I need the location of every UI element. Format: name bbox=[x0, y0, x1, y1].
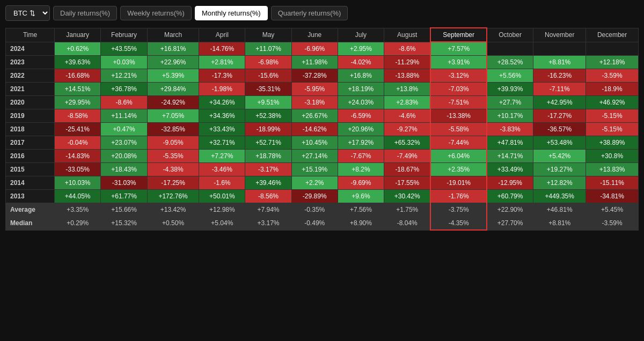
average-cell: +3.35% bbox=[55, 203, 101, 217]
data-cell: -24.92% bbox=[147, 96, 199, 109]
average-label: Average bbox=[6, 203, 55, 217]
data-cell: +18.78% bbox=[245, 150, 291, 163]
data-cell: -1.76% bbox=[430, 190, 486, 203]
data-cell: +449.35% bbox=[533, 190, 586, 203]
data-cell: -13.38% bbox=[430, 109, 486, 123]
tab-daily[interactable]: Daily returns(%) bbox=[53, 6, 117, 20]
data-cell: +13.83% bbox=[586, 163, 639, 176]
data-cell: -7.03% bbox=[430, 83, 486, 96]
data-cell: +33.43% bbox=[199, 123, 245, 136]
data-cell: -15.6% bbox=[245, 69, 291, 83]
year-cell: 2019 bbox=[6, 109, 55, 123]
data-cell: +11.98% bbox=[291, 56, 338, 69]
data-cell: +9.51% bbox=[245, 96, 291, 109]
median-cell: +0.50% bbox=[147, 217, 199, 231]
data-cell: -18.99% bbox=[245, 123, 291, 136]
data-cell: -16.23% bbox=[533, 69, 586, 83]
data-cell: +7.05% bbox=[147, 109, 199, 123]
data-cell: +13.8% bbox=[384, 83, 431, 96]
data-cell: +172.76% bbox=[147, 190, 199, 203]
average-cell: +13.42% bbox=[147, 203, 199, 217]
data-cell: +33.49% bbox=[487, 163, 533, 176]
data-cell: +12.21% bbox=[101, 69, 148, 83]
data-cell: -13.88% bbox=[384, 69, 431, 83]
data-cell: +11.14% bbox=[101, 109, 148, 123]
data-cell: +44.05% bbox=[55, 190, 101, 203]
data-cell: +8.2% bbox=[338, 163, 384, 176]
data-cell: -11.29% bbox=[384, 56, 431, 69]
data-cell: -14.62% bbox=[291, 123, 338, 136]
data-cell: -18.9% bbox=[586, 83, 639, 96]
data-cell: +50.01% bbox=[199, 190, 245, 203]
data-cell: -8.6% bbox=[384, 42, 431, 56]
table-row: 2013+44.05%+61.77%+172.76%+50.01%-8.56%-… bbox=[6, 190, 639, 203]
average-cell: +22.90% bbox=[487, 203, 533, 217]
median-cell: -4.35% bbox=[430, 217, 486, 231]
median-cell: +15.32% bbox=[101, 217, 148, 231]
toolbar: BTC ⇅ Daily returns(%) Weekly returns(%)… bbox=[5, 5, 639, 21]
data-cell: +20.08% bbox=[101, 150, 148, 163]
data-cell: -0.04% bbox=[55, 136, 101, 150]
median-cell: +0.29% bbox=[55, 217, 101, 231]
col-header-february: February bbox=[101, 28, 148, 42]
data-cell: +65.32% bbox=[384, 136, 431, 150]
col-header-october: October bbox=[487, 28, 533, 42]
median-cell: +27.70% bbox=[487, 217, 533, 231]
data-cell: -7.44% bbox=[430, 136, 486, 150]
data-cell: +19.27% bbox=[533, 163, 586, 176]
data-cell: +6.04% bbox=[430, 150, 486, 163]
data-cell: +18.19% bbox=[338, 83, 384, 96]
data-cell: -18.67% bbox=[384, 163, 431, 176]
data-cell: +12.18% bbox=[586, 56, 639, 69]
data-cell: -36.57% bbox=[533, 123, 586, 136]
table-row: 2023+39.63%+0.03%+22.96%+2.81%-6.98%+11.… bbox=[6, 56, 639, 69]
data-cell: -7.67% bbox=[338, 150, 384, 163]
col-header-september: September bbox=[430, 28, 486, 42]
data-cell: +47.81% bbox=[487, 136, 533, 150]
data-cell: -3.17% bbox=[245, 163, 291, 176]
asset-selector[interactable]: BTC ⇅ bbox=[5, 5, 50, 21]
average-cell: +7.94% bbox=[245, 203, 291, 217]
data-cell: +2.35% bbox=[430, 163, 486, 176]
data-cell: +16.8% bbox=[338, 69, 384, 83]
tab-weekly[interactable]: Weekly returns(%) bbox=[120, 6, 192, 20]
table-row: 2020+29.95%-8.6%-24.92%+34.26%+9.51%-3.1… bbox=[6, 96, 639, 109]
data-cell: -4.38% bbox=[147, 163, 199, 176]
table-row: 2022-16.68%+12.21%+5.39%-17.3%-15.6%-37.… bbox=[6, 69, 639, 83]
data-cell: +7.57% bbox=[430, 42, 486, 56]
data-cell: -34.81% bbox=[586, 190, 639, 203]
data-cell: +61.77% bbox=[101, 190, 148, 203]
col-header-may: May bbox=[245, 28, 291, 42]
data-cell: -5.15% bbox=[586, 123, 639, 136]
data-cell: -29.89% bbox=[291, 190, 338, 203]
data-cell: +10.45% bbox=[291, 136, 338, 150]
data-cell: +26.67% bbox=[291, 109, 338, 123]
data-cell: +11.07% bbox=[245, 42, 291, 56]
data-cell: -4.6% bbox=[384, 109, 431, 123]
average-cell: -0.35% bbox=[291, 203, 338, 217]
data-cell: -7.51% bbox=[430, 96, 486, 109]
data-cell: +39.93% bbox=[487, 83, 533, 96]
tab-quarterly[interactable]: Quarterly returns(%) bbox=[271, 6, 348, 20]
data-cell bbox=[487, 42, 533, 56]
data-cell: +0.03% bbox=[101, 56, 148, 69]
data-cell: -3.59% bbox=[586, 69, 639, 83]
data-cell: -32.85% bbox=[147, 123, 199, 136]
year-cell: 2014 bbox=[6, 176, 55, 190]
data-cell: -5.58% bbox=[430, 123, 486, 136]
tab-monthly[interactable]: Monthly returns(%) bbox=[195, 6, 268, 20]
table-row: 2024+0.62%+43.55%+16.81%-14.76%+11.07%-6… bbox=[6, 42, 639, 56]
data-cell: -12.95% bbox=[487, 176, 533, 190]
data-cell: -3.12% bbox=[430, 69, 486, 83]
data-cell: -15.11% bbox=[586, 176, 639, 190]
data-cell: +0.62% bbox=[55, 42, 101, 56]
table-row: 2021+14.51%+36.78%+29.84%-1.98%-35.31%-5… bbox=[6, 83, 639, 96]
col-header-time: Time bbox=[6, 28, 55, 42]
data-cell: +38.89% bbox=[586, 136, 639, 150]
data-cell: +52.38% bbox=[245, 109, 291, 123]
data-cell: +29.84% bbox=[147, 83, 199, 96]
year-cell: 2021 bbox=[6, 83, 55, 96]
col-header-august: August bbox=[384, 28, 431, 42]
data-cell: +2.95% bbox=[338, 42, 384, 56]
data-cell: +34.36% bbox=[199, 109, 245, 123]
